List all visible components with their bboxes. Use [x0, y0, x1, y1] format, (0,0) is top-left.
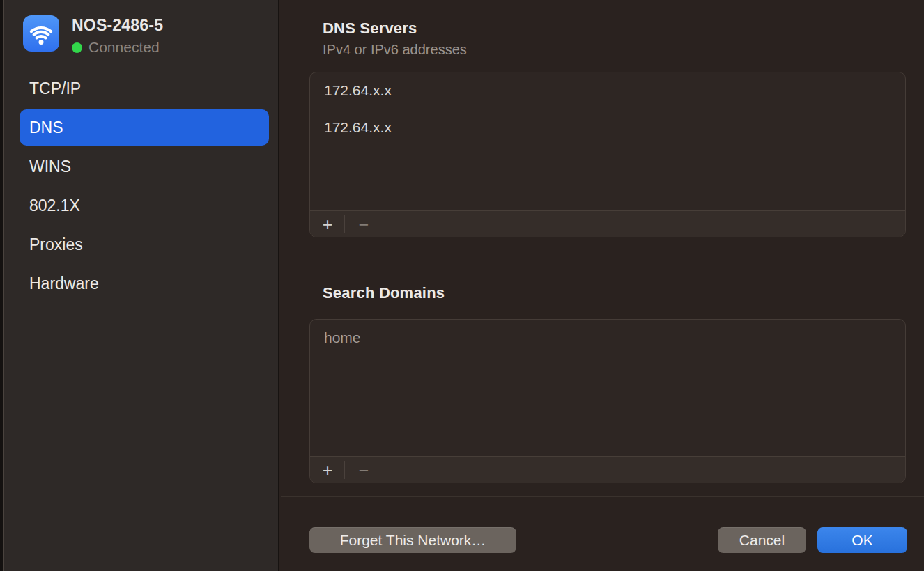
toolbar-separator — [344, 215, 345, 233]
dns-server-entry[interactable]: 172.64.x.x — [310, 109, 905, 146]
toolbar-separator — [344, 461, 345, 479]
search-domains-list-toolbar: + − — [310, 456, 905, 483]
search-domains-list: home + − — [309, 319, 906, 483]
remove-dns-server-button[interactable]: − — [352, 212, 376, 237]
sidebar-item-wins[interactable]: WINS — [4, 147, 278, 186]
footer-divider — [281, 496, 924, 497]
sidebar-item-tcpip[interactable]: TCP/IP — [4, 69, 278, 108]
connected-dot-icon — [72, 42, 82, 53]
dns-servers-list-toolbar: + − — [310, 210, 905, 237]
wifi-details-dialog: NOS-2486-5 Connected TCP/IP DNS WINS 802… — [0, 0, 924, 571]
sidebar-item-dns[interactable]: DNS — [20, 109, 269, 146]
connection-status: Connected — [88, 39, 160, 56]
forget-network-button[interactable]: Forget This Network… — [309, 527, 516, 553]
search-domain-entry[interactable]: home — [310, 320, 905, 356]
sidebar-item-proxies[interactable]: Proxies — [4, 225, 278, 264]
dns-settings-panel: DNS Servers IPv4 or IPv6 addresses 172.6… — [281, 0, 924, 571]
sidebar-item-hardware[interactable]: Hardware — [4, 264, 278, 303]
search-domains-heading: Search Domains — [323, 284, 445, 302]
cancel-button[interactable]: Cancel — [718, 527, 806, 553]
sidebar: NOS-2486-5 Connected TCP/IP DNS WINS 802… — [4, 0, 279, 571]
add-search-domain-button[interactable]: + — [316, 457, 339, 483]
dns-server-entry[interactable]: 172.64.x.x — [310, 72, 905, 109]
network-name: NOS-2486-5 — [72, 16, 163, 34]
remove-search-domain-button[interactable]: − — [352, 457, 376, 483]
network-header: NOS-2486-5 Connected — [23, 15, 163, 52]
sidebar-item-8021x[interactable]: 802.1X — [4, 186, 278, 225]
dns-servers-list: 172.64.x.x 172.64.x.x + − — [309, 72, 906, 237]
dns-servers-heading: DNS Servers — [323, 19, 467, 38]
ok-button[interactable]: OK — [817, 527, 907, 553]
sidebar-nav: TCP/IP DNS WINS 802.1X Proxies Hardware — [4, 69, 278, 303]
wifi-icon — [23, 15, 59, 52]
add-dns-server-button[interactable]: + — [316, 212, 339, 237]
dns-servers-subheading: IPv4 or IPv6 addresses — [323, 42, 467, 58]
